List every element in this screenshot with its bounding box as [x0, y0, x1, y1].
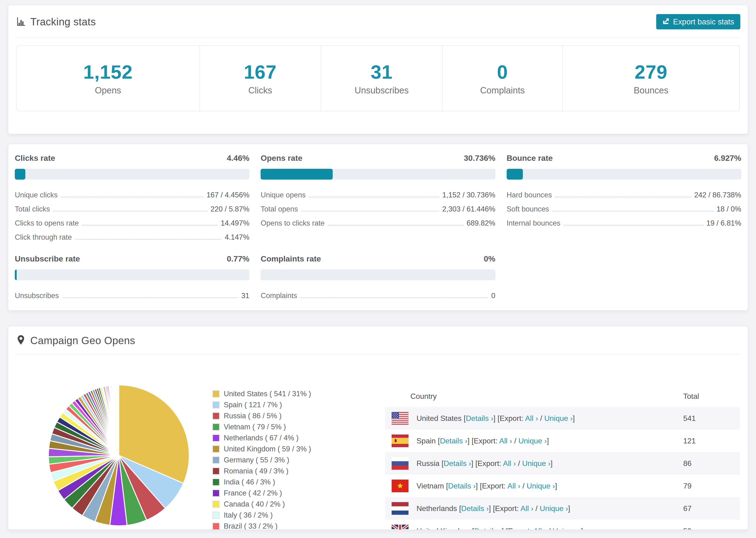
- bounce-rate-panel: Bounce rate 6.927% Hard bounces242 / 86.…: [507, 153, 741, 243]
- legend-swatch: [212, 457, 220, 463]
- list-item: Total opens2,303 / 61.446%: [261, 201, 495, 215]
- nl-flag-icon: [392, 502, 408, 515]
- legend-swatch: [212, 467, 220, 475]
- legend-item: Netherlands ( 67 / 4% ): [212, 434, 311, 442]
- list-item: Complaints0: [261, 287, 495, 301]
- header-divider: [15, 37, 741, 38]
- legend-swatch: [212, 523, 220, 530]
- legend-item: Russia ( 86 / 5% ): [212, 412, 311, 420]
- export-basic-stats-button[interactable]: Export basic stats: [656, 14, 740, 29]
- export-icon: [662, 17, 670, 26]
- export-all-link[interactable]: All ›: [520, 504, 533, 512]
- details-link[interactable]: Details ›: [440, 437, 467, 445]
- opens-rate-progressbar: [261, 169, 495, 180]
- export-unique-link[interactable]: Unique ›: [553, 527, 581, 530]
- geo-title: Campaign Geo Opens: [30, 335, 135, 347]
- list-item: Internal bounces19 / 6.81%: [507, 215, 741, 229]
- legend-swatch: [212, 512, 220, 519]
- details-link[interactable]: Details ›: [444, 459, 471, 467]
- country-name: United States: [416, 414, 461, 422]
- legend-swatch: [212, 402, 220, 408]
- legend-item: India ( 46 / 3% ): [212, 478, 311, 486]
- us-flag-icon: [392, 412, 408, 425]
- legend-item: Brazil ( 33 / 2% ): [212, 522, 311, 530]
- legend-item: Germany ( 55 / 3% ): [212, 456, 311, 464]
- pie-legend: United States ( 541 / 31% ) Spain ( 121 …: [212, 390, 311, 530]
- country-name: Netherlands: [416, 504, 457, 512]
- unsubscribes-count: 31: [371, 61, 393, 83]
- details-link[interactable]: Details ›: [474, 527, 502, 530]
- table-row: United Kingdom [Details ›] [Export: All …: [385, 520, 740, 530]
- list-item: Opens to clicks rate689.82%: [261, 215, 495, 229]
- column-header-country: Country: [385, 392, 683, 401]
- clicks-count: 167: [244, 61, 277, 83]
- export-all-link[interactable]: All ›: [503, 459, 516, 467]
- list-item: Unique clicks167 / 4.456%: [15, 187, 249, 201]
- total-value: 59: [683, 527, 740, 530]
- legend-item: Italy ( 36 / 2% ): [212, 511, 311, 519]
- export-unique-link[interactable]: Unique ›: [544, 414, 573, 422]
- export-unique-link[interactable]: Unique ›: [540, 504, 568, 512]
- export-all-link[interactable]: All ›: [499, 437, 512, 445]
- total-value: 541: [683, 414, 740, 423]
- ru-flag-icon: [392, 457, 408, 470]
- tracking-stats-header: Tracking stats Export basic stats: [8, 5, 748, 37]
- total-value: 86: [683, 459, 740, 468]
- legend-swatch: [212, 390, 220, 398]
- total-value: 121: [683, 437, 740, 445]
- table-row: United States [Details ›] [Export: All ›…: [385, 407, 740, 430]
- list-item: Soft bounces18 / 0%: [507, 201, 741, 215]
- bounces-count: 279: [635, 61, 668, 83]
- list-item: Click through rate4.147%: [15, 229, 249, 243]
- unsubscribe-rate-progressbar: [15, 269, 249, 280]
- opens-rate-panel: Opens rate 30.736% Unique opens1,152 / 3…: [261, 153, 495, 243]
- legend-item: United Kingdom ( 59 / 3% ): [212, 445, 311, 453]
- export-unique-link[interactable]: Unique ›: [522, 459, 551, 467]
- details-link[interactable]: Details ›: [461, 504, 489, 512]
- export-all-link[interactable]: All ›: [533, 527, 546, 530]
- list-item: Unsubscribes31: [15, 287, 249, 301]
- es-flag-icon: [392, 435, 408, 447]
- geo-header-divider: [15, 354, 741, 354]
- stat-complaints: 0 Complaints: [442, 46, 562, 111]
- geo-opens-pie-chart[interactable]: [41, 378, 196, 530]
- legend-item: France ( 42 / 2% ): [212, 489, 311, 497]
- table-row: Vietnam [Details ›] [Export: All › / Uni…: [385, 475, 740, 497]
- clicks-rate-progressbar: [15, 169, 249, 180]
- legend-swatch: [212, 412, 220, 419]
- list-item: Clicks to opens rate14.497%: [15, 215, 249, 229]
- legend-item: Vietnam ( 79 / 5% ): [212, 423, 311, 431]
- geo-header: Campaign Geo Opens: [8, 326, 748, 354]
- summary-stats-row: 1,152 Opens 167 Clicks 31 Unsubscribes 0…: [16, 45, 740, 111]
- export-all-link[interactable]: All ›: [525, 414, 538, 422]
- total-value: 67: [683, 504, 740, 513]
- list-item: Hard bounces242 / 86.738%: [507, 187, 741, 201]
- complaints-rate-progressbar: [261, 269, 495, 280]
- export-unique-link[interactable]: Unique ›: [518, 437, 547, 445]
- gb-flag-icon: [392, 525, 408, 530]
- table-header-row: Country Total: [385, 385, 740, 407]
- stat-opens: 1,152 Opens: [17, 46, 199, 111]
- export-all-link[interactable]: All ›: [507, 482, 520, 490]
- legend-swatch: [212, 423, 220, 430]
- details-link[interactable]: Details ›: [448, 482, 476, 490]
- geo-opens-table: Country Total United States [Details ›] …: [385, 385, 740, 530]
- legend-swatch: [212, 446, 220, 453]
- export-unique-link[interactable]: Unique ›: [527, 482, 555, 490]
- page-title: Tracking stats: [30, 16, 96, 28]
- table-row: Spain [Details ›] [Export: All › / Uniqu…: [385, 430, 740, 452]
- details-link[interactable]: Details ›: [466, 414, 493, 422]
- vn-flag-icon: [392, 480, 408, 492]
- legend-swatch: [212, 490, 220, 497]
- tracking-stats-page: { "tracking": { "title": "Tracking stats…: [0, 0, 756, 538]
- table-row: Netherlands [Details ›] [Export: All › /…: [385, 497, 740, 520]
- legend-item: United States ( 541 / 31% ): [212, 390, 311, 398]
- bar-chart-icon: [16, 17, 26, 27]
- stat-clicks: 167 Clicks: [199, 46, 321, 111]
- country-name: Vietnam: [416, 482, 444, 490]
- complaints-rate-panel: Complaints rate 0% Complaints0: [261, 254, 495, 301]
- opens-count: 1,152: [83, 61, 133, 83]
- table-row: Russia [Details ›] [Export: All › / Uniq…: [385, 452, 740, 475]
- total-value: 79: [683, 482, 740, 490]
- complaints-count: 0: [497, 61, 508, 83]
